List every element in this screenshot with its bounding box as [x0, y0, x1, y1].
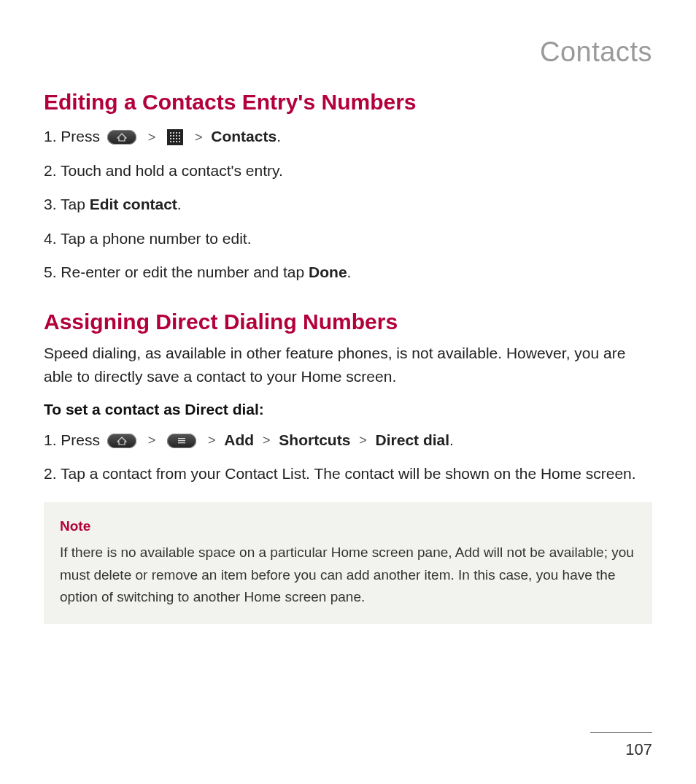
breadcrumb-separator: >: [148, 130, 156, 145]
menu-edit-contact: Edit contact: [90, 196, 177, 212]
step-1-2: 2. Touch and hold a contact's entry.: [44, 159, 652, 183]
footer-rule: [590, 732, 652, 733]
section-heading-editing: Editing a Contacts Entry's Numbers: [44, 90, 652, 115]
period: .: [177, 196, 182, 212]
step-1-4: 4. Tap a phone number to edit.: [44, 227, 652, 251]
note-label: Note: [60, 515, 636, 537]
period: .: [449, 431, 454, 448]
menu-direct-dial: Direct dial: [376, 431, 450, 448]
period: .: [347, 264, 352, 280]
home-button-icon: [107, 130, 136, 145]
apps-grid-icon: [167, 129, 183, 145]
breadcrumb-separator: >: [148, 433, 156, 447]
button-done: Done: [309, 264, 347, 280]
breadcrumb-separator: >: [208, 433, 216, 447]
menu-shortcuts: Shortcuts: [279, 431, 350, 448]
step-1-1: 1. Press > > Contacts.: [44, 125, 652, 149]
svg-rect-2: [178, 442, 185, 443]
subheading-direct-dial: To set a contact as Direct dial:: [44, 401, 652, 418]
step-2-1: 1. Press > > Add > Shortcuts > Direct di…: [44, 428, 652, 453]
svg-rect-0: [178, 438, 185, 439]
step-text: 1. Press: [44, 431, 104, 448]
breadcrumb-separator: >: [195, 130, 203, 145]
section2-intro: Speed dialing, as available in other fea…: [44, 342, 652, 389]
page-number: 107: [590, 740, 652, 759]
manual-page: Contacts Editing a Contacts Entry's Numb…: [0, 0, 696, 784]
svg-rect-1: [178, 440, 185, 441]
step-text: 5. Re-enter or edit the number and tap: [44, 264, 309, 280]
menu-add: Add: [224, 431, 254, 448]
period: .: [277, 128, 281, 145]
note-text: If there is no available space on a part…: [60, 545, 634, 604]
breadcrumb-separator: >: [263, 433, 271, 447]
breadcrumb-separator: >: [359, 433, 367, 447]
step-1-5: 5. Re-enter or edit the number and tap D…: [44, 261, 652, 285]
step-text: 3. Tap: [44, 196, 90, 212]
page-footer: 107: [590, 732, 652, 759]
step-text: 1. Press: [44, 128, 104, 145]
step-2-2: 2. Tap a contact from your Contact List.…: [44, 462, 652, 486]
step-1-3: 3. Tap Edit contact.: [44, 193, 652, 217]
menu-contacts: Contacts: [211, 128, 277, 145]
section-heading-assigning: Assigning Direct Dialing Numbers: [44, 310, 652, 334]
home-button-icon: [107, 434, 136, 448]
chapter-title: Contacts: [44, 36, 652, 68]
note-box: Note If there is no available space on a…: [44, 502, 652, 625]
menu-button-icon: [167, 434, 196, 448]
